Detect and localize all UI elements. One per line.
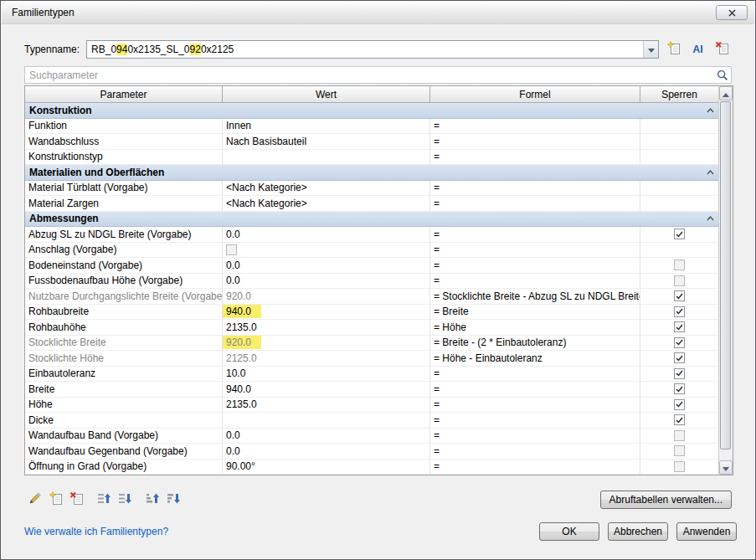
parameter-value[interactable]: 2125.0 <box>223 351 430 367</box>
help-link[interactable]: Wie verwalte ich Familientypen? <box>24 526 168 537</box>
lock-checkbox[interactable] <box>674 337 685 348</box>
parameter-name[interactable]: Abzug SL zu NDGL Breite (Vorgabe) <box>25 227 223 243</box>
lock-checkbox[interactable] <box>674 321 685 332</box>
scroll-up-button[interactable] <box>719 86 733 100</box>
parameter-formula[interactable]: = <box>430 429 640 444</box>
parameter-formula[interactable]: = <box>430 413 640 429</box>
parameter-formula[interactable]: = <box>430 196 640 212</box>
typename-combobox[interactable]: RB_0940x2135_SL_0920x2125 <box>86 40 659 59</box>
parameter-name[interactable]: Material Zargen <box>25 196 223 212</box>
chevron-up-icon[interactable] <box>702 108 718 113</box>
section-header-row[interactable]: Konstruktion <box>25 103 718 119</box>
lock-checkbox[interactable] <box>674 290 685 301</box>
parameter-name[interactable]: Anschlag (Vorgabe) <box>25 243 223 259</box>
parameter-value[interactable]: 10.0 <box>223 367 430 383</box>
parameter-name[interactable]: Dicke <box>25 413 223 429</box>
parameter-formula[interactable]: = <box>430 181 640 197</box>
parameter-formula[interactable]: = <box>430 367 640 383</box>
parameter-formula[interactable]: = <box>430 274 640 290</box>
edit-parameter-button[interactable] <box>24 490 45 510</box>
parameter-formula[interactable]: = <box>430 134 640 150</box>
parameter-formula[interactable]: = Breite <box>430 305 640 321</box>
parameter-formula[interactable]: = <box>430 460 640 475</box>
parameter-formula[interactable]: = <box>430 150 640 166</box>
lock-checkbox[interactable] <box>674 445 685 456</box>
parameter-formula[interactable]: = <box>430 227 640 243</box>
cancel-button[interactable]: Abbrechen <box>608 522 668 541</box>
parameter-value[interactable]: 0.0 <box>223 258 430 274</box>
parameter-name[interactable]: Breite <box>25 382 223 398</box>
parameter-name[interactable]: Rohbauhöhe <box>25 320 223 336</box>
delete-parameter-button[interactable] <box>66 490 87 510</box>
parameter-value[interactable]: 90.00° <box>223 460 430 475</box>
parameter-name[interactable]: Einbautoleranz <box>25 367 223 383</box>
parameter-value[interactable]: Innen <box>223 119 430 135</box>
parameter-name[interactable]: Rohbaubreite <box>25 305 223 321</box>
sort-descending-button[interactable] <box>163 490 184 510</box>
parameter-value[interactable]: 940.0 <box>223 382 430 398</box>
apply-button[interactable]: Anwenden <box>676 522 737 541</box>
parameter-value[interactable] <box>223 413 430 429</box>
parameter-name[interactable]: Konstruktionstyp <box>25 150 223 166</box>
parameter-name[interactable]: Wandaufbau Band (Vorgabe) <box>25 429 223 444</box>
parameter-value[interactable]: 940.0 <box>223 305 430 321</box>
parameter-formula[interactable]: = <box>430 444 640 460</box>
lock-checkbox[interactable] <box>674 383 685 394</box>
parameter-formula[interactable]: = <box>430 398 640 414</box>
close-button[interactable] <box>716 5 748 20</box>
parameter-value[interactable]: <Nach Kategorie> <box>223 181 430 197</box>
lock-checkbox[interactable] <box>674 229 685 239</box>
parameter-value[interactable]: 0.0 <box>223 444 430 460</box>
section-header-row[interactable]: Materialien und Oberflächen <box>25 165 718 181</box>
new-type-button[interactable] <box>664 40 683 59</box>
parameter-name[interactable]: Stocklichte Breite <box>25 336 223 352</box>
search-input[interactable] <box>25 69 714 81</box>
lock-checkbox[interactable] <box>674 259 685 270</box>
parameter-value[interactable]: 0.0 <box>223 227 430 243</box>
parameter-formula[interactable]: = Breite - (2 * Einbautoleranz) <box>430 336 640 352</box>
lock-checkbox[interactable] <box>674 306 685 317</box>
new-parameter-button[interactable] <box>45 490 66 510</box>
parameter-value[interactable]: 0.0 <box>223 429 430 444</box>
lock-checkbox[interactable] <box>674 399 685 410</box>
lock-checkbox[interactable] <box>674 414 685 425</box>
parameter-formula[interactable]: = Stocklichte Breite - Abzug SL zu NDGL … <box>430 289 640 305</box>
titlebar[interactable]: Familientypen <box>2 2 754 24</box>
parameter-value[interactable]: 920.0 <box>223 336 430 352</box>
parameter-formula[interactable]: = <box>430 243 640 259</box>
scrollbar-thumb[interactable] <box>720 101 731 450</box>
parameter-name[interactable]: Wandabschluss <box>25 134 223 150</box>
parameter-value[interactable] <box>223 150 430 166</box>
rename-type-button[interactable]: AI <box>688 40 707 59</box>
delete-type-button[interactable] <box>712 40 732 59</box>
parameter-name[interactable]: Wandaufbau Gegenband (Vorgabe) <box>25 444 223 460</box>
parameter-value[interactable]: 2135.0 <box>223 398 430 414</box>
parameter-value[interactable]: <Nach Kategorie> <box>223 196 430 212</box>
ok-button[interactable]: OK <box>539 522 599 541</box>
scroll-down-button[interactable] <box>719 460 733 475</box>
lock-checkbox[interactable] <box>674 275 685 286</box>
parameter-name[interactable]: Material Türblatt (Vorgabe) <box>25 181 223 197</box>
parameter-formula[interactable]: = <box>430 382 640 398</box>
lock-checkbox[interactable] <box>674 352 685 363</box>
lock-checkbox[interactable] <box>674 461 685 472</box>
parameter-value[interactable]: 920.0 <box>223 289 430 305</box>
lock-checkbox[interactable] <box>674 430 685 441</box>
manage-lookup-tables-button[interactable]: Abruftabellen verwalten... <box>600 491 732 509</box>
parameter-value[interactable] <box>223 243 430 259</box>
parameter-name[interactable]: Funktion <box>25 119 223 135</box>
lock-checkbox[interactable] <box>674 368 685 379</box>
move-parameter-up-button[interactable] <box>94 490 115 510</box>
value-checkbox[interactable] <box>226 244 237 255</box>
parameter-name[interactable]: Bodeneinstand (Vorgabe) <box>25 258 223 274</box>
parameter-formula[interactable]: = <box>430 119 640 135</box>
chevron-up-icon[interactable] <box>702 216 718 221</box>
parameter-name[interactable]: Höhe <box>25 398 223 414</box>
combobox-dropdown-button[interactable] <box>643 41 658 58</box>
chevron-up-icon[interactable] <box>702 170 718 175</box>
parameter-name[interactable]: Öffnung in Grad (Vorgabe) <box>25 460 223 475</box>
parameter-value[interactable]: 2135.0 <box>223 320 430 336</box>
move-parameter-down-button[interactable] <box>115 490 136 510</box>
parameter-value[interactable]: 0.0 <box>223 274 430 290</box>
parameter-name[interactable]: Nutzbare Durchgangslichte Breite (Vorgab… <box>25 289 223 305</box>
